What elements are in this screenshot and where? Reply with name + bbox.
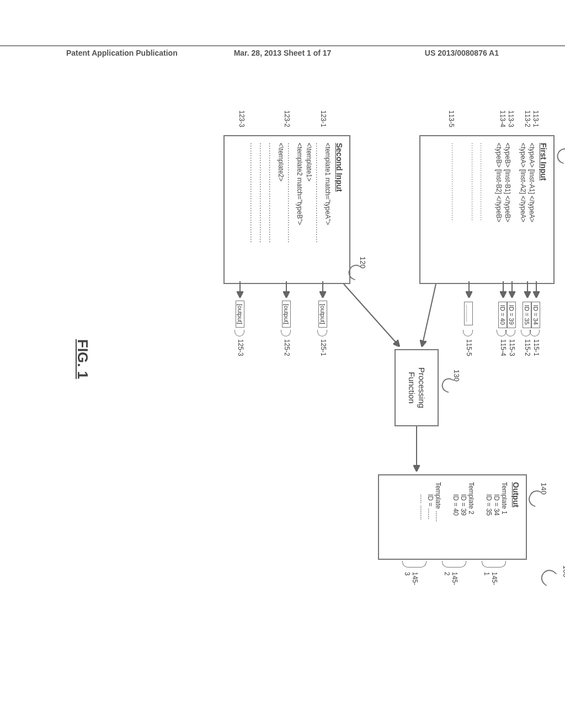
svg-line-8 (422, 284, 436, 346)
ref-115-1: 115-1 (532, 339, 540, 356)
ref-125-1: 125-1 (319, 339, 327, 356)
ref-123-1: 123-1 (319, 110, 327, 127)
ref-123-3: 123-3 (238, 110, 246, 127)
output-g1-l2: ID = 35 (485, 482, 493, 552)
header-right: US 2013/0080876 A1 (355, 49, 565, 57)
header-center: Mar. 28, 2013 Sheet 1 of 17 (210, 49, 354, 57)
second-input-row-3c: ........................................… (249, 143, 257, 276)
arc-145-2 (442, 561, 466, 568)
ref-145-2: 145-2 (443, 572, 459, 585)
arc-100 (538, 566, 557, 586)
second-input-row-2a: <template2 match="typeB"> (296, 143, 303, 276)
output-g2-l2: ID = 40 (452, 482, 460, 552)
ref-115-4: 115-4 (499, 339, 507, 356)
output-group-2: Template 2 ID = 39 ID = 40 (452, 482, 475, 552)
arc-140 (526, 488, 542, 507)
output-tag-3: [output] (236, 301, 244, 328)
second-input-row-1a: <template1 match="typeA"> (324, 143, 332, 276)
output-tag-2: [output] (282, 301, 291, 328)
first-input-box: First Input <typeA> [Inst-A1] </typeA> <… (419, 135, 555, 284)
second-input-box: Second Input <template1 match="typeA"> .… (223, 135, 350, 284)
first-input-row-1: <typeA> [Inst-A1] </typeA> (528, 143, 536, 276)
arc-115-4 (497, 330, 507, 336)
ref-113-2: 113-2 (524, 110, 531, 127)
arc-115-1 (530, 330, 540, 336)
ref-125-2: 125-2 (283, 339, 291, 356)
first-input-dots-1: ................................... (479, 143, 486, 276)
ref-115-3: 115-3 (508, 339, 516, 356)
ref-123-2: 123-2 (283, 110, 291, 127)
id-box-2: ID = 35 (523, 302, 531, 328)
first-input-title: First Input (539, 143, 548, 276)
svg-line-9 (344, 284, 399, 346)
arc-115-5 (463, 330, 473, 336)
ref-113-4: 113-4 (499, 110, 507, 127)
output-g1-l1: ID = 34 (493, 482, 500, 552)
ref-115-5: 115-5 (465, 339, 473, 356)
first-input-row-3: <typeB> [Inst-B1] </typeB> (504, 143, 511, 276)
figure-diagram: 100 First Input <typeA> [Inst-A1] </type… (41, 174, 521, 543)
output-group-1: Template 1 ID = 34 ID = 35 (485, 482, 508, 552)
output-tag-1: [output] (318, 301, 327, 328)
output-g3-name: Template ...... (434, 482, 442, 552)
second-input-row-1b: ........................................… (315, 143, 322, 276)
first-input-dots-3: ................................... (451, 143, 457, 276)
ref-125-3: 125-3 (237, 339, 244, 356)
arc-115-2 (521, 330, 531, 336)
second-input-row-3b: ........................................… (258, 143, 266, 276)
output-g2-l1: ID = 39 (460, 482, 467, 552)
arc-125-2 (281, 330, 291, 336)
second-input-row-1c: <\template1> (305, 143, 313, 276)
output-g3-l1: ID = ...... (427, 482, 434, 552)
arc-125-1 (317, 330, 327, 336)
ref-113-3: 113-3 (507, 110, 515, 127)
id-box-3: ID = 39 (507, 302, 516, 328)
ref-100: 100 (562, 565, 565, 577)
output-title: Output (511, 482, 520, 552)
second-input-title: Second Input (335, 143, 344, 276)
arc-125-3 (234, 330, 244, 336)
second-input-row-3a: ........................................… (268, 143, 275, 276)
first-input-dots-2: ................................... (471, 143, 477, 276)
arc-110 (555, 146, 565, 164)
output-g1-name: Template 1 (500, 482, 508, 552)
figure-label: FIG. 1 (74, 339, 91, 379)
output-g2-name: Template 2 (467, 482, 475, 552)
output-group-3: Template ...... ID = ...... ..... ......… (419, 482, 442, 552)
arc-145-1 (482, 561, 506, 568)
ref-113-5: 113-5 (447, 110, 455, 127)
output-g3-l2: ..... ........ (419, 482, 427, 552)
ref-145-1: 145-1 (483, 572, 498, 585)
arc-145-3 (402, 561, 427, 568)
ref-115-2: 115-2 (524, 339, 531, 356)
ref-145-3: 145-3 (403, 572, 419, 585)
second-input-row-2b: ........................................… (286, 143, 294, 276)
second-input-row-2c: <\template2> (277, 143, 285, 276)
arc-115-3 (505, 330, 515, 336)
id-box-4: ID = 40 (498, 302, 507, 328)
first-input-row-4: <typeB> [Inst-B2] </typeB> (495, 143, 503, 276)
processing-function-label: Processing Function (407, 367, 427, 408)
id-box-5: .......... (464, 302, 473, 325)
page-header: Patent Application Publication Mar. 28, … (0, 45, 565, 57)
ref-113-1: 113-1 (532, 110, 540, 127)
id-box-1: ID = 34 (531, 302, 540, 328)
first-input-row-2: <typeA> [Inst-A2] </typeA> (519, 143, 527, 276)
header-left: Patent Application Publication (0, 49, 210, 57)
processing-function-box: Processing Function (395, 349, 439, 426)
output-box: Output Template 1 ID = 34 ID = 35 Templa… (378, 474, 527, 560)
